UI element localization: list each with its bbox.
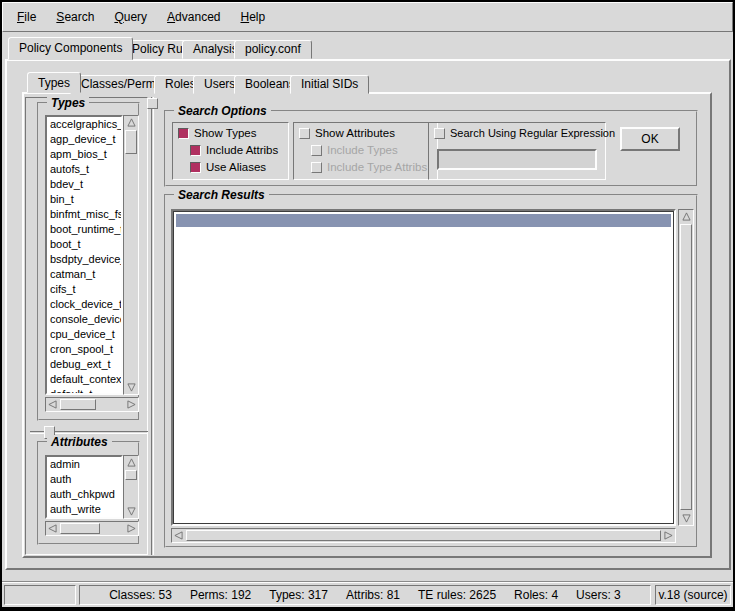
pane-divider[interactable] xyxy=(151,97,154,555)
status-stat: Classes: 53 xyxy=(109,588,172,602)
attributes-horizontal-scrollbar[interactable] xyxy=(45,521,139,536)
sash-handle-icon[interactable] xyxy=(147,98,158,109)
types-vertical-scrollbar[interactable] xyxy=(123,115,139,395)
attributes-listbox[interactable]: adminauthauth_chkpwdauth_write xyxy=(45,455,123,519)
status-stat: Types: 317 xyxy=(269,588,328,602)
types-list-item[interactable]: catman_t xyxy=(47,267,121,282)
types-horizontal-scrollbar[interactable] xyxy=(45,397,139,412)
main-tab-bar: Policy Components Policy Rules Analysis … xyxy=(8,37,728,59)
types-list-item[interactable]: accelgraphics_e xyxy=(47,117,121,132)
menu-search[interactable]: Search xyxy=(48,8,102,26)
scrollbar-thumb[interactable] xyxy=(186,530,661,541)
checkbox-regex[interactable]: Search Using Regular Expression xyxy=(434,126,600,140)
status-version-panel: v.18 (source) xyxy=(655,585,731,605)
status-left-panel xyxy=(4,585,76,605)
checkbox-use-aliases[interactable]: Use Aliases xyxy=(190,160,283,174)
attributes-vertical-scrollbar[interactable] xyxy=(123,455,139,519)
checkbox-indicator-icon xyxy=(311,162,322,173)
regex-entry[interactable] xyxy=(437,149,597,170)
menu-query[interactable]: Query xyxy=(106,8,155,26)
types-listbox[interactable]: accelgraphics_eagp_device_tapm_bios_taut… xyxy=(45,115,123,395)
scroll-up-icon[interactable] xyxy=(124,116,138,129)
tab-policy-conf[interactable]: policy.conf xyxy=(234,40,312,59)
checkbox-indicator-icon xyxy=(178,128,189,139)
selected-line[interactable] xyxy=(176,214,671,227)
attributes-frame: Attributes adminauthauth_chkpwdauth_writ… xyxy=(37,441,140,545)
status-stat: Users: 3 xyxy=(576,588,621,602)
show-types-group: Show Types Include Attribs Use Aliases xyxy=(172,122,289,180)
types-list-item[interactable]: autofs_t xyxy=(47,162,121,177)
apol-window: File Search Query Advanced Help Policy C… xyxy=(0,0,735,611)
checkbox-include-attribs[interactable]: Include Attribs xyxy=(190,143,283,157)
checkbox-show-types[interactable]: Show Types xyxy=(178,126,283,140)
types-frame: Types accelgraphics_eagp_device_tapm_bio… xyxy=(37,102,140,421)
search-results-frame: Search Results xyxy=(164,194,698,548)
status-stats-panel: Classes: 53Perms: 192Types: 317Attribs: … xyxy=(79,585,651,605)
status-stat: Attribs: 81 xyxy=(346,588,400,602)
status-separator xyxy=(2,581,733,583)
types-frame-title: Types xyxy=(47,96,89,110)
show-attributes-group: Show Attributes Include Types Include Ty… xyxy=(293,122,438,180)
scrollbar-thumb[interactable] xyxy=(125,470,137,480)
status-stat: Perms: 192 xyxy=(190,588,251,602)
attributes-list-item[interactable]: admin xyxy=(47,457,121,472)
scroll-left-icon[interactable] xyxy=(46,398,59,411)
types-list-item[interactable]: apm_bios_t xyxy=(47,147,121,162)
types-list-item[interactable]: boot_runtime_t xyxy=(47,222,121,237)
checkbox-indicator-icon xyxy=(299,128,310,139)
types-list-item[interactable]: bdev_t xyxy=(47,177,121,192)
types-list-item[interactable]: debug_ext_t xyxy=(47,357,121,372)
scroll-down-icon[interactable] xyxy=(124,381,138,394)
results-horizontal-scrollbar[interactable] xyxy=(171,528,676,543)
scroll-left-icon[interactable] xyxy=(172,529,185,542)
types-list-item[interactable]: bin_t xyxy=(47,192,121,207)
scroll-right-icon[interactable] xyxy=(125,398,138,411)
checkbox-indicator-icon xyxy=(190,162,201,173)
search-results-title: Search Results xyxy=(174,188,269,202)
scroll-right-icon[interactable] xyxy=(662,529,675,542)
scroll-up-icon[interactable] xyxy=(679,210,693,223)
types-list-item[interactable]: bsdpty_device_ xyxy=(47,252,121,267)
scroll-left-icon[interactable] xyxy=(46,522,59,535)
checkbox-indicator-icon xyxy=(434,128,445,139)
checkbox-include-type-attribs: Include Type Attribs xyxy=(311,160,432,174)
types-list-item[interactable]: cifs_t xyxy=(47,282,121,297)
attributes-list-item[interactable]: auth xyxy=(47,472,121,487)
attributes-list-item[interactable]: auth_chkpwd xyxy=(47,487,121,502)
types-list-item[interactable]: boot_t xyxy=(47,237,121,252)
types-list-item[interactable]: console_device xyxy=(47,312,121,327)
results-text-area[interactable] xyxy=(171,209,676,526)
scrollbar-thumb[interactable] xyxy=(680,224,692,510)
status-stat: Roles: 4 xyxy=(514,588,558,602)
tab-initial-sids[interactable]: Initial SIDs xyxy=(290,75,369,94)
components-tab-bar: Types Classes/Perms Roles Users Booleans… xyxy=(27,72,707,92)
types-list-item[interactable]: default_context xyxy=(47,372,121,387)
scroll-down-icon[interactable] xyxy=(679,512,693,525)
scroll-right-icon[interactable] xyxy=(125,522,138,535)
checkbox-indicator-icon xyxy=(311,145,322,156)
scroll-up-icon[interactable] xyxy=(124,456,138,469)
checkbox-include-types: Include Types xyxy=(311,143,432,157)
types-list-item[interactable]: clock_device_t xyxy=(47,297,121,312)
scrollbar-thumb[interactable] xyxy=(60,399,96,410)
results-vertical-scrollbar[interactable] xyxy=(678,209,694,526)
scroll-down-icon[interactable] xyxy=(124,505,138,518)
checkbox-show-attributes[interactable]: Show Attributes xyxy=(299,126,432,140)
scrollbar-thumb[interactable] xyxy=(60,523,100,534)
attributes-list-item[interactable]: auth_write xyxy=(47,502,121,517)
menu-advanced[interactable]: Advanced xyxy=(159,8,228,26)
types-list-item[interactable]: binfmt_misc_fs xyxy=(47,207,121,222)
menu-help[interactable]: Help xyxy=(232,8,273,26)
tab-policy-components[interactable]: Policy Components xyxy=(8,37,133,60)
attributes-frame-title: Attributes xyxy=(47,435,112,449)
types-list-item[interactable]: agp_device_t xyxy=(47,132,121,147)
types-list-item[interactable]: cpu_device_t xyxy=(47,327,121,342)
menu-file[interactable]: File xyxy=(9,8,44,26)
types-list-item[interactable]: cron_spool_t xyxy=(47,342,121,357)
search-options-title: Search Options xyxy=(174,104,271,118)
ok-button[interactable]: OK xyxy=(620,127,680,151)
tab-types[interactable]: Types xyxy=(27,72,81,93)
types-list-item[interactable]: default_t xyxy=(47,387,121,395)
regex-group: Search Using Regular Expression xyxy=(428,122,606,180)
scrollbar-thumb[interactable] xyxy=(125,130,137,154)
